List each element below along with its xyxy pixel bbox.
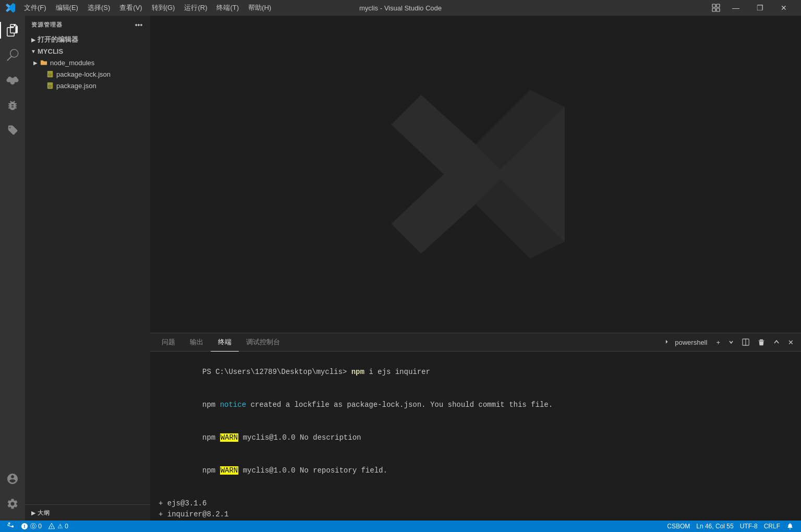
panel-maximize-button[interactable] <box>770 335 783 349</box>
status-line-col[interactable]: Ln 46, Col 55 <box>693 521 736 532</box>
menu-view[interactable]: 查看(V) <box>115 2 146 14</box>
tab-output[interactable]: 输出 <box>183 333 211 352</box>
project-root-item[interactable]: ▼ MYCLIS <box>25 45 150 57</box>
trash-icon <box>758 338 765 346</box>
term-warn-text-2: myclis@1.0.0 No repository field. <box>238 466 387 475</box>
tab-problems[interactable]: 问题 <box>154 333 183 352</box>
titlebar: 文件(F) 编辑(E) 选择(S) 查看(V) 转到(G) 运行(R) 终端(T… <box>0 0 801 16</box>
add-terminal-button[interactable]: + <box>713 335 723 349</box>
sidebar: 资源管理器 ••• ▶ 打开的编辑器 ▼ MYCLIS ▶ <box>25 16 150 521</box>
node-modules-label: node_modules <box>50 59 150 67</box>
activity-bottom <box>0 466 25 521</box>
project-expand-icon: ▼ <box>29 47 38 55</box>
terminal-dropdown-button[interactable] <box>725 335 737 349</box>
svg-rect-2 <box>712 8 715 11</box>
menu-goto[interactable]: 转到(G) <box>148 2 179 14</box>
minimize-button[interactable]: — <box>724 0 748 16</box>
tab-debug-console[interactable]: 调试控制台 <box>239 333 287 352</box>
open-editors-section[interactable]: ▶ 打开的编辑器 <box>25 34 150 45</box>
menu-file[interactable]: 文件(F) <box>20 2 51 14</box>
git-branch-icon <box>7 523 15 530</box>
package-json-label: package.json <box>56 82 150 90</box>
outline-header[interactable]: ▶ 大纲 <box>25 507 150 518</box>
open-editors-expand-icon: ▶ <box>29 35 38 44</box>
activity-account[interactable] <box>0 466 25 491</box>
menu-select[interactable]: 选择(S) <box>83 2 114 14</box>
svg-rect-0 <box>712 4 715 7</box>
status-error-count: ⓪ 0 <box>30 522 42 531</box>
package-json-item[interactable]: {} package.json <box>25 80 150 91</box>
term-line-2: npm notice created a lockfile as package… <box>159 389 793 421</box>
node-modules-expand-icon: ▶ <box>31 58 40 67</box>
term-npm-prefix-2: npm <box>202 433 220 442</box>
status-language[interactable] <box>783 521 797 532</box>
split-terminal-button[interactable] <box>739 335 753 349</box>
status-git-branch[interactable] <box>4 521 18 532</box>
menu-run[interactable]: 运行(R) <box>180 2 211 14</box>
status-warning-count: ⚠ 0 <box>57 523 68 530</box>
menu-terminal[interactable]: 终端(T) <box>212 2 243 14</box>
delete-terminal-button[interactable] <box>755 335 768 349</box>
layout-button[interactable] <box>708 0 724 16</box>
outline-expand-icon: ▶ <box>29 509 38 517</box>
term-line-ejs: + ejs@3.1.6 <box>159 498 793 509</box>
tab-terminal[interactable]: 终端 <box>211 333 239 352</box>
json-file-icon2: {} <box>46 81 54 90</box>
node-modules-item[interactable]: ▶ node_modules <box>25 57 150 68</box>
terminal-output[interactable]: PS C:\Users\12789\Desktop\myclis> npm i … <box>150 352 801 521</box>
window-title: myclis - Visual Studio Code <box>359 4 442 12</box>
panel-tabs-bar: 问题 输出 终端 调试控制台 powershell + <box>150 333 801 352</box>
close-button[interactable]: ✕ <box>772 0 796 16</box>
status-encoding[interactable]: CSBOM <box>664 521 693 532</box>
warning-icon <box>48 523 55 530</box>
up-chevron-icon <box>773 339 780 345</box>
activity-settings[interactable] <box>0 491 25 516</box>
editor-area: 问题 输出 终端 调试控制台 powershell + <box>150 16 801 521</box>
restore-button[interactable]: ❐ <box>748 0 772 16</box>
status-errors[interactable]: ⓪ 0 <box>18 521 45 532</box>
sidebar-header: 资源管理器 ••• <box>25 16 150 34</box>
activity-explorer[interactable] <box>0 18 25 43</box>
term-npm-args: i ejs inquirer <box>365 368 430 376</box>
status-warnings[interactable]: ⚠ 0 <box>45 521 71 532</box>
activity-bar <box>0 16 25 521</box>
term-notice-text: created a lockfile as package-lock.json.… <box>246 401 553 409</box>
term-line-empty-1 <box>159 487 793 498</box>
activity-search[interactable] <box>0 43 25 68</box>
term-warn-badge-2: WARN <box>220 466 239 475</box>
activity-extensions[interactable] <box>0 118 25 143</box>
term-warn-badge-1: WARN <box>220 433 239 442</box>
term-line-3: npm WARN myclis@1.0.0 No description <box>159 421 793 454</box>
file-tree: ▶ 打开的编辑器 ▼ MYCLIS ▶ node_modules <box>25 34 150 504</box>
menu-help[interactable]: 帮助(H) <box>244 2 275 14</box>
term-notice-badge: notice <box>220 401 246 409</box>
svg-rect-1 <box>717 4 720 7</box>
menu-edit[interactable]: 编辑(E) <box>52 2 82 14</box>
activity-debug[interactable] <box>0 93 25 118</box>
editor-content[interactable] <box>150 16 801 333</box>
window-controls: — ❐ ✕ <box>708 0 796 16</box>
outline-section: ▶ 大纲 <box>25 504 150 521</box>
project-name-label: MYCLIS <box>38 47 150 55</box>
outline-label: 大纲 <box>38 509 50 517</box>
file-spacer2 <box>38 81 46 90</box>
status-eol[interactable]: CRLF <box>761 521 783 532</box>
terminal-shell-selector[interactable]: powershell <box>662 335 711 349</box>
svg-text:{}: {} <box>48 84 52 88</box>
status-right: CSBOM Ln 46, Col 55 UTF-8 CRLF <box>664 521 797 532</box>
close-panel-button[interactable]: ✕ <box>785 335 797 349</box>
sidebar-title: 资源管理器 <box>31 21 63 29</box>
activity-scm[interactable] <box>0 68 25 93</box>
sidebar-more-actions[interactable]: ••• <box>134 20 144 30</box>
term-npm-prefix: npm <box>202 401 220 409</box>
status-charset[interactable]: UTF-8 <box>737 521 761 532</box>
file-spacer <box>38 70 46 78</box>
main-container: 资源管理器 ••• ▶ 打开的编辑器 ▼ MYCLIS ▶ <box>0 16 801 521</box>
term-npm-prefix-3: npm <box>202 466 220 475</box>
chevron-down-icon <box>729 340 734 345</box>
terminal-panel: 问题 输出 终端 调试控制台 powershell + <box>150 333 801 521</box>
status-bar: ⓪ 0 ⚠ 0 CSBOM Ln 46, Col 55 UTF-8 CRLF <box>0 521 801 532</box>
term-npm-cmd: npm <box>351 368 365 376</box>
terminal-icon <box>665 338 673 346</box>
package-lock-item[interactable]: {} package-lock.json <box>25 68 150 80</box>
